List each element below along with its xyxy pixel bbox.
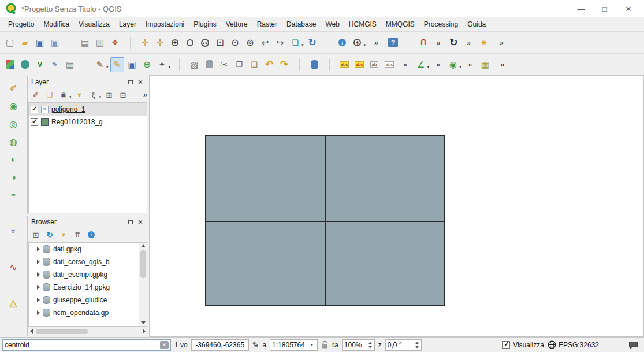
- chevron-down-icon[interactable]: ▾: [308, 340, 315, 350]
- zoom-in-icon[interactable]: +: [168, 35, 182, 50]
- menu-plugins[interactable]: Plugins: [189, 19, 221, 29]
- new-map-view-icon[interactable]: ❏: [288, 35, 302, 50]
- locator-search-input[interactable]: [5, 341, 158, 349]
- identify-features-icon[interactable]: i: [336, 35, 349, 50]
- new-geopackage-icon[interactable]: [18, 57, 32, 72]
- zoom-to-layer-icon[interactable]: ⊚: [243, 35, 257, 50]
- menu-raster[interactable]: Raster: [252, 19, 282, 29]
- rotation-input[interactable]: [388, 341, 413, 349]
- spline-icon[interactable]: ∿: [6, 260, 20, 274]
- minimize-button[interactable]: —: [571, 5, 591, 13]
- save-layer-edits-icon[interactable]: ▣: [125, 57, 139, 72]
- menu-visualizza[interactable]: Visualizza: [74, 19, 114, 29]
- overflow-chevron-icon[interactable]: »: [431, 35, 446, 50]
- open-layer-styling-icon[interactable]: ✐: [29, 88, 42, 101]
- plugin-tool-icon[interactable]: ✴: [477, 35, 491, 50]
- scroll-left-icon[interactable]: [30, 329, 33, 334]
- scroll-up-icon[interactable]: [141, 244, 146, 247]
- zoom-next-icon[interactable]: ↪: [273, 35, 287, 50]
- circle-3points-icon[interactable]: ◍: [6, 135, 20, 149]
- rotation-spinbox[interactable]: [385, 339, 422, 351]
- overflow-chevron-icon[interactable]: »: [461, 35, 476, 50]
- zoom-last-icon[interactable]: ↩: [258, 35, 272, 50]
- layout-manager-icon[interactable]: ▥: [93, 35, 107, 50]
- spin-down-icon[interactable]: [415, 346, 419, 348]
- render-checkbox[interactable]: [502, 341, 510, 349]
- menu-hcmgis[interactable]: HCMGIS: [344, 19, 381, 29]
- menu-web[interactable]: Web: [321, 19, 344, 29]
- browser-item-dati-esempi-gpkg[interactable]: dati_esempi.gpkg: [29, 268, 139, 281]
- menu-database[interactable]: Database: [282, 19, 321, 29]
- menu-modifica[interactable]: Modifica: [39, 19, 74, 29]
- copy-features-icon[interactable]: ❐: [232, 57, 246, 72]
- menu-impostazioni[interactable]: Impostazioni: [141, 19, 189, 29]
- menu-guida[interactable]: Guida: [463, 19, 490, 29]
- style-manager-icon[interactable]: ❖: [108, 35, 122, 50]
- measure-panel-icon[interactable]: ✐: [6, 81, 20, 95]
- add-selected-layers-icon[interactable]: ⊞: [29, 228, 42, 241]
- pan-map-icon[interactable]: ✛: [138, 35, 152, 50]
- maximize-button[interactable]: □: [595, 5, 615, 13]
- save-project-as-icon[interactable]: ▣: [48, 35, 62, 50]
- ellipse-extent-icon[interactable]: ◑: [6, 171, 20, 184]
- undo-icon[interactable]: ↶: [262, 57, 276, 72]
- scale-combobox[interactable]: ▾: [270, 339, 318, 351]
- move-label-icon[interactable]: ab: [367, 57, 381, 72]
- browser-item-dati-gpkg[interactable]: dati.gpkg: [29, 243, 139, 255]
- layer-item-poligono-1[interactable]: ✎ poligono_1: [29, 103, 147, 116]
- spin-up-icon[interactable]: [368, 342, 372, 344]
- expand-icon[interactable]: [37, 272, 40, 277]
- lock-scale-icon[interactable]: [321, 340, 329, 349]
- menu-processing[interactable]: Processing: [419, 19, 463, 29]
- expand-icon[interactable]: [37, 310, 40, 315]
- zoom-settings-icon[interactable]: ∗: [351, 35, 364, 50]
- layer-item-reg01012018-g[interactable]: Reg01012018_g: [29, 116, 147, 128]
- menu-progetto[interactable]: Progetto: [3, 19, 39, 29]
- save-project-icon[interactable]: ▣: [33, 35, 47, 50]
- overflow-chevron-icon[interactable]: »: [397, 57, 413, 72]
- browser-item-giuseppe-giudice[interactable]: giuseppe_giudice: [29, 294, 139, 306]
- expand-icon[interactable]: [37, 260, 40, 264]
- tracing-icon[interactable]: ∠: [414, 57, 428, 72]
- current-edits-icon[interactable]: ✎: [93, 57, 107, 72]
- filter-browser-icon[interactable]: ▼: [57, 228, 70, 241]
- map-canvas[interactable]: [149, 75, 644, 337]
- add-group-icon[interactable]: ❏: [43, 88, 56, 101]
- refresh-map-icon[interactable]: ↻: [306, 35, 319, 50]
- cut-features-icon[interactable]: ✂: [217, 57, 231, 72]
- filter-legend-icon[interactable]: ▼: [73, 88, 86, 101]
- coordinate-display[interactable]: [191, 339, 249, 351]
- new-project-icon[interactable]: ▢: [3, 35, 17, 50]
- vertical-scrollbar[interactable]: [139, 243, 147, 326]
- scrollbar-thumb[interactable]: [36, 329, 88, 334]
- spin-down-icon[interactable]: [368, 346, 372, 348]
- scrollbar-thumb[interactable]: [140, 250, 146, 278]
- delta-icon[interactable]: △: [6, 296, 20, 310]
- scale-input[interactable]: [272, 341, 308, 349]
- layer-labeling-icon[interactable]: abc: [337, 57, 351, 72]
- expand-icon[interactable]: [37, 285, 40, 290]
- toggle-editing-icon[interactable]: ✎: [110, 57, 124, 72]
- modify-attributes-icon[interactable]: ▨: [187, 57, 201, 72]
- messages-icon[interactable]: [628, 341, 638, 349]
- panel-close-icon[interactable]: [136, 218, 144, 226]
- zoom-to-selection-icon[interactable]: ⊙: [228, 35, 242, 50]
- overflow-chevron-icon[interactable]: »: [463, 57, 477, 72]
- horizontal-scrollbar[interactable]: [28, 327, 147, 335]
- collapse-browser-icon[interactable]: ⇈: [71, 228, 84, 241]
- overflow-chevron-icon[interactable]: »: [367, 35, 385, 50]
- circle-2points-icon[interactable]: ◎: [6, 117, 20, 131]
- ellipse-center-icon[interactable]: ◐: [6, 153, 20, 166]
- render-toggle[interactable]: Visualizza: [502, 341, 544, 349]
- datasource-manager-icon[interactable]: [3, 57, 17, 72]
- properties-icon[interactable]: i: [85, 228, 98, 241]
- paste-features-icon[interactable]: ❑: [247, 57, 261, 72]
- redo-icon[interactable]: ↷: [277, 57, 291, 72]
- layer-visibility-checkbox[interactable]: [31, 118, 38, 126]
- scroll-down-icon[interactable]: [141, 321, 146, 324]
- panel-close-icon[interactable]: [136, 78, 144, 86]
- help-icon[interactable]: ?: [386, 35, 400, 50]
- layer-diagram-icon[interactable]: abc: [352, 57, 366, 72]
- db-manager-icon[interactable]: [307, 57, 321, 72]
- close-button[interactable]: ✕: [619, 5, 638, 13]
